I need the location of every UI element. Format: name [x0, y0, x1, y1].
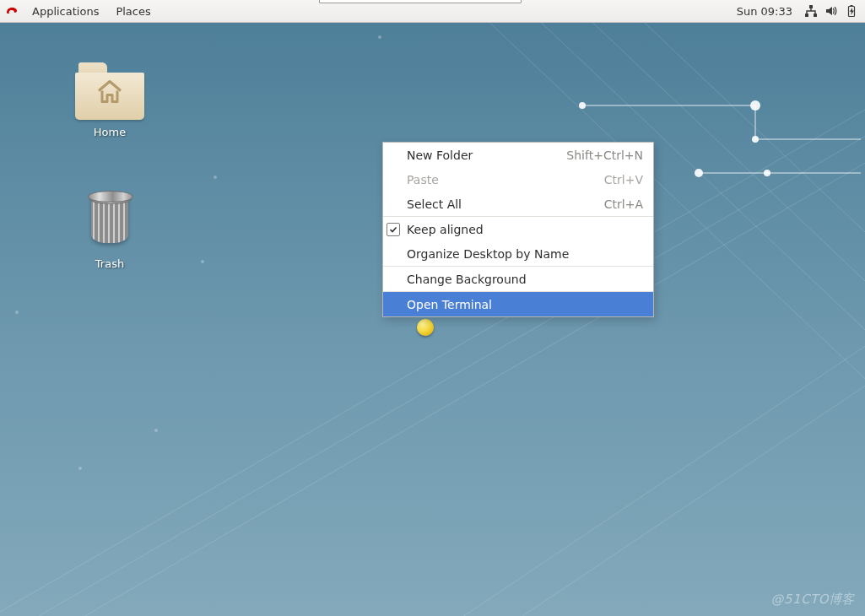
svg-point-18 [154, 429, 158, 432]
desktop-context-menu: New Folder Shift+Ctrl+N Paste Ctrl+V Sel… [382, 142, 654, 317]
battery-icon[interactable] [845, 4, 858, 18]
home-folder-icon[interactable]: Home [68, 59, 152, 139]
network-wired-icon[interactable] [804, 4, 818, 18]
menu-item-paste: Paste Ctrl+V [383, 167, 653, 192]
top-bar: Applications Places Sun 09:33 [0, 0, 865, 23]
svg-line-7 [439, 304, 865, 616]
system-tray [801, 4, 865, 18]
svg-point-13 [695, 169, 703, 177]
menu-applications[interactable]: Applications [24, 0, 107, 22]
menu-applications-label: Applications [32, 5, 99, 18]
menu-item-select-all[interactable]: Select All Ctrl+A [383, 192, 653, 216]
svg-point-10 [579, 102, 586, 109]
clock[interactable]: Sun 09:33 [728, 5, 801, 18]
svg-point-20 [378, 35, 381, 39]
svg-rect-21 [809, 5, 813, 8]
svg-point-12 [752, 136, 759, 143]
menu-item-label: Open Terminal [403, 298, 643, 311]
trash-can-icon [68, 187, 152, 251]
menu-item-accel: Ctrl+A [604, 197, 643, 211]
top-input-strip [319, 0, 522, 3]
trash-icon[interactable]: Trash [68, 187, 152, 271]
menu-item-label: Select All [403, 197, 604, 211]
distro-logo-icon [5, 4, 19, 18]
svg-rect-22 [805, 14, 808, 17]
svg-rect-23 [814, 14, 817, 17]
svg-point-14 [764, 170, 770, 176]
svg-point-11 [750, 100, 760, 111]
menu-places-label: Places [116, 5, 150, 18]
menu-item-label: Organize Desktop by Name [403, 247, 643, 261]
menu-item-open-terminal[interactable]: Open Terminal [383, 292, 653, 316]
svg-rect-25 [851, 5, 853, 7]
menu-item-label: Keep aligned [403, 223, 643, 236]
menu-item-organize-by-name[interactable]: Organize Desktop by Name [383, 241, 653, 266]
menu-places[interactable]: Places [107, 0, 159, 22]
cursor-highlight-icon [417, 319, 434, 336]
menu-item-new-folder[interactable]: New Folder Shift+Ctrl+N [383, 143, 653, 167]
clock-label: Sun 09:33 [737, 5, 792, 18]
menu-item-keep-aligned[interactable]: Keep aligned [383, 217, 653, 241]
menu-item-accel: Shift+Ctrl+N [566, 149, 643, 162]
home-folder-label: Home [90, 125, 129, 139]
trash-label: Trash [92, 257, 127, 271]
menu-item-change-background[interactable]: Change Background [383, 267, 653, 291]
folder-icon [68, 59, 152, 120]
menu-item-label: Paste [403, 173, 604, 186]
menu-item-label: New Folder [403, 149, 566, 162]
svg-point-16 [214, 176, 217, 179]
checkbox-checked-icon [387, 223, 400, 236]
svg-line-8 [473, 321, 865, 616]
svg-point-15 [15, 311, 19, 314]
watermark-text: @51CTO博客 [770, 592, 855, 608]
svg-point-19 [78, 467, 82, 470]
menu-item-label: Change Background [403, 273, 643, 286]
volume-icon[interactable] [824, 4, 838, 18]
svg-point-17 [201, 260, 204, 263]
menu-item-accel: Ctrl+V [604, 173, 643, 186]
